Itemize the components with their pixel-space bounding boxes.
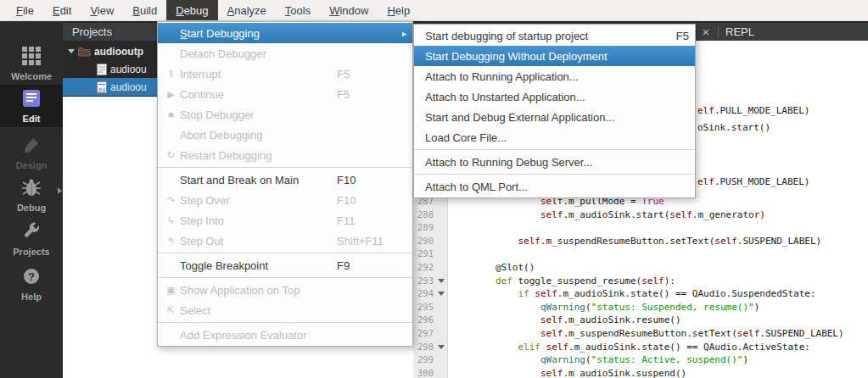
menu-item-add-expression-evaluator[interactable]: Add Expression Evaluator [158, 325, 412, 345]
svg-text:py: py [98, 86, 105, 93]
fold-marker-icon[interactable] [438, 279, 445, 283]
menu-item-interrupt[interactable]: ‖InterruptF5 [158, 64, 412, 84]
code-line-288[interactable]: self.m_audioSink.start(self.m_generator) [451, 208, 765, 222]
line-number-298[interactable]: 298 [413, 341, 434, 354]
menu-item-label: Interrupt [180, 68, 333, 81]
mode-item-design[interactable]: Design [0, 131, 63, 174]
menu-separator [158, 277, 412, 278]
continue-icon: ▶ [162, 89, 180, 100]
mode-item-debug[interactable]: Debug [0, 174, 63, 216]
menu-item-toggle-breakpoint[interactable]: Toggle BreakpointF9 [158, 255, 412, 275]
tree-item-audiooutp[interactable]: audiooutp [63, 42, 157, 60]
code-line-296[interactable]: self.m_audioSink.resume() [451, 314, 681, 327]
menu-item-start-and-break-on-main[interactable]: Start and Break on MainF10 [158, 170, 412, 190]
menu-item-attach-to-qml-port[interactable]: Attach to QML Port... [414, 176, 695, 197]
menu-item-stop-debugger[interactable]: ■Stop Debugger [158, 104, 412, 125]
menu-item-detach-debugger[interactable]: Detach Debugger [158, 43, 412, 64]
menu-item-step-into[interactable]: ↳Step IntoF11 [158, 210, 412, 231]
menu-item-show-application-on-top[interactable]: ▣Show Application on Top [158, 280, 412, 300]
menubar-item-edit[interactable]: Edit [43, 0, 81, 20]
code-line-299[interactable]: qWarning("status: Active, suspend()") [451, 353, 748, 367]
code-line-300[interactable]: self.m_audioSink.suspend() [451, 367, 686, 378]
code-line-294[interactable]: if self.m_audioSink.state() == QAudio.Su… [451, 287, 816, 301]
fold-marker-icon[interactable] [438, 345, 445, 349]
projects-pane-title: Projects [72, 23, 112, 41]
menubar-item-view[interactable]: View [81, 0, 123, 20]
tree-item-label: audioou [110, 64, 147, 75]
menu-item-attach-to-running-application[interactable]: Attach to Running Application... [414, 66, 695, 86]
debug-bug-icon [20, 177, 42, 201]
mode-switch-arrow-icon[interactable] [58, 187, 62, 194]
show-on-top-icon: ▣ [162, 285, 180, 296]
line-number-291[interactable]: 291 [413, 247, 434, 261]
mode-item-help[interactable]: ?Help [0, 263, 63, 305]
menu-item-attach-to-unstarted-application[interactable]: Attach to Unstarted Application... [414, 86, 695, 107]
menu-item-shortcut: F5 [664, 30, 689, 42]
line-number-294[interactable]: 294 [413, 287, 434, 301]
menu-item-label: Detach Debugger [180, 47, 333, 60]
design-pencil-icon [21, 135, 42, 158]
start-debugging-submenu-popup: Start debugging of startup projectF5Star… [413, 24, 696, 198]
line-number-299[interactable]: 299 [413, 353, 434, 367]
menu-item-label: Select [180, 304, 333, 317]
menu-item-attach-to-running-debug-server[interactable]: Attach to Running Debug Server... [414, 152, 695, 172]
close-icon[interactable]: × [699, 23, 713, 41]
step-over-icon: ↷ [162, 195, 180, 206]
code-line-293[interactable]: def toggle_suspend_resume(self): [451, 275, 675, 288]
line-number-296[interactable]: 296 [413, 314, 434, 327]
menu-item-label: Restart Debugging [180, 149, 333, 162]
menu-item-label: Add Expression Evaluator [180, 329, 333, 342]
line-number-300[interactable]: 300 [413, 367, 434, 378]
menu-item-select[interactable]: ⇱Select [158, 300, 412, 320]
menu-item-step-over[interactable]: ↷Step OverF10 [158, 190, 412, 210]
menubar-item-file[interactable]: File [7, 0, 43, 20]
menubar-item-tools[interactable]: Tools [276, 0, 320, 20]
mode-item-label: Welcome [11, 71, 52, 81]
menu-item-start-debugging-without-deployment[interactable]: Start Debugging Without Deployment [414, 46, 695, 66]
menu-item-restart-debugging[interactable]: ↻Restart Debugging [158, 145, 412, 165]
fold-marker-icon[interactable] [438, 292, 445, 296]
line-number-288[interactable]: 288 [413, 208, 434, 222]
code-line-292[interactable]: @Slot() [451, 261, 535, 275]
menubar-item-analyze[interactable]: Analyze [218, 0, 276, 20]
line-number-292[interactable]: 292 [413, 261, 434, 275]
line-number-289[interactable]: 289 [413, 221, 434, 235]
menu-item-abort-debugging[interactable]: Abort Debugging [158, 125, 412, 145]
tree-item-audioou[interactable]: audioou [63, 60, 157, 78]
line-number-290[interactable]: 290 [413, 235, 434, 248]
menu-item-continue[interactable]: ▶ContinueF5 [158, 84, 412, 104]
menu-item-start-debugging-of-startup-project[interactable]: Start debugging of startup projectF5 [414, 25, 695, 46]
mode-item-edit[interactable]: Edit [0, 85, 63, 127]
menubar-item-debug[interactable]: Debug [166, 0, 217, 20]
editor-tab-repl[interactable]: REPL [725, 23, 754, 41]
line-number-295[interactable]: 295 [413, 301, 434, 314]
line-number-293[interactable]: 293 [413, 275, 434, 288]
python-file-icon: py [97, 81, 107, 93]
code-line-290[interactable]: self.m_suspendResumeButton.setText(self.… [451, 235, 821, 248]
code-line-298[interactable]: elif self.m_audioSink.state() == QAudio.… [451, 341, 810, 354]
menu-item-step-out[interactable]: ↰Step OutShift+F11 [158, 231, 412, 251]
debug-menu-popup: Start Debugging▸Detach Debugger‖Interrup… [157, 21, 413, 347]
menu-item-start-and-debug-external-application[interactable]: Start and Debug External Application... [414, 107, 695, 127]
menu-separator [414, 174, 695, 175]
submenu-arrow-icon: ▸ [398, 29, 406, 38]
menu-item-start-debugging[interactable]: Start Debugging▸ [158, 23, 412, 43]
expander-icon[interactable] [68, 49, 75, 53]
menu-item-label: Start Debugging [180, 27, 333, 40]
mode-item-label: Projects [13, 247, 49, 257]
menubar-item-build[interactable]: Build [123, 0, 166, 20]
menu-item-load-core-file[interactable]: Load Core File... [414, 127, 695, 147]
folder-icon [78, 47, 91, 57]
qt-creator-window: FileEditViewBuildDebugAnalyzeToolsWindow… [0, 0, 868, 378]
help-question-icon: ? [21, 266, 42, 290]
menubar-item-help[interactable]: Help [378, 0, 419, 20]
tree-item-audioou[interactable]: pyaudioou [63, 78, 157, 96]
menu-item-label: Abort Debugging [180, 129, 333, 142]
mode-item-welcome[interactable]: Welcome [0, 42, 63, 85]
menubar-item-window[interactable]: Window [320, 0, 378, 20]
code-line-297[interactable]: self.m_suspendResumeButton.setText(self.… [451, 327, 844, 341]
mode-item-projects[interactable]: Projects [0, 218, 63, 260]
line-number-297[interactable]: 297 [413, 327, 434, 341]
code-fragment: elf.PUSH_MODE_LABEL) [697, 175, 809, 189]
code-line-295[interactable]: qWarning("status: Suspended, resume()") [451, 301, 759, 314]
